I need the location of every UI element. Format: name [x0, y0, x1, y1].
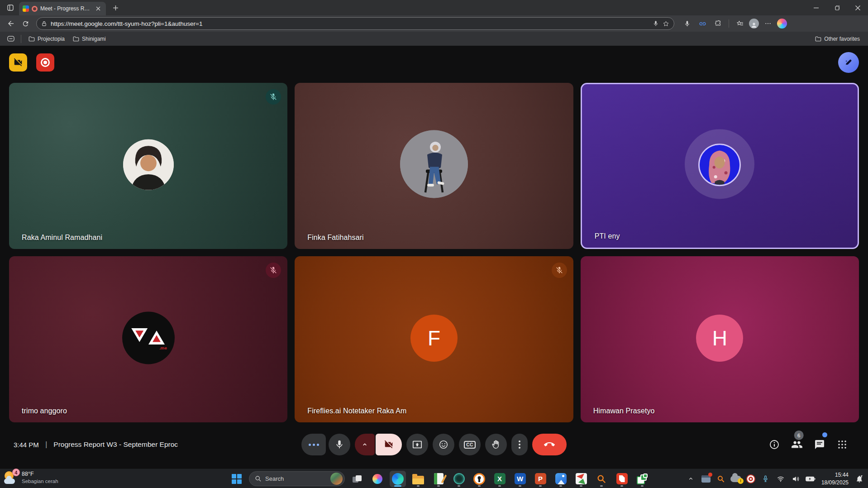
screen-recorder-button[interactable]	[451, 471, 467, 487]
hidden-icons-chevron[interactable]	[685, 473, 697, 485]
slicer-app-button[interactable]	[573, 471, 589, 487]
powerpoint-button[interactable]: P	[532, 471, 548, 487]
other-favorites-button[interactable]: Other favorites	[812, 34, 863, 43]
link-extension-icon[interactable]	[696, 17, 709, 30]
sidebar-icon[interactable]	[5, 34, 16, 44]
edge-button[interactable]	[390, 471, 406, 487]
participant-tile-finka[interactable]: Finka Fatihahsari	[295, 83, 573, 249]
participant-tile-fireflies[interactable]: F Fireflies.ai Notetaker Raka Am	[295, 256, 573, 422]
new-tab-button[interactable]	[110, 2, 121, 14]
extensions-icon[interactable]	[711, 17, 724, 30]
meet-favicon-icon	[23, 5, 29, 12]
bookmarks-divider	[21, 35, 21, 43]
word-button[interactable]: W	[512, 471, 528, 487]
browser-menu-icon[interactable]	[762, 17, 774, 30]
present-icon	[412, 440, 422, 450]
start-button[interactable]	[229, 471, 245, 487]
file-explorer-button[interactable]	[410, 471, 426, 487]
participant-tile-raka[interactable]: Raka Aminul Ramadhani	[9, 83, 287, 249]
weather-widget[interactable]: 4 88°F Sebagian cerah	[4, 470, 58, 485]
people-button[interactable]: 6	[791, 439, 803, 450]
minimize-button[interactable]	[806, 0, 826, 15]
edge-icon	[392, 473, 404, 485]
audio-dots-icon	[309, 444, 319, 446]
microphone-tray-icon[interactable]	[760, 473, 772, 485]
tab-strip: Meet - Progress Report W3	[0, 0, 868, 15]
participant-tile-pti-eny[interactable]: PTI eny	[581, 83, 859, 249]
pinned-window-icon[interactable]	[700, 473, 712, 485]
notes-app-button[interactable]	[430, 471, 447, 487]
meeting-details-button[interactable]	[768, 439, 780, 450]
favorites-bar-icon[interactable]	[734, 17, 746, 30]
profile-avatar-icon[interactable]	[749, 19, 759, 29]
captions-button[interactable]: CC	[459, 434, 481, 455]
participant-count-badge: 6	[794, 431, 804, 440]
voice-search-icon[interactable]	[653, 20, 659, 27]
chat-button[interactable]	[814, 439, 825, 450]
camera-options-caret-button[interactable]	[355, 434, 375, 455]
back-icon[interactable]	[5, 17, 17, 30]
search-tool-button[interactable]	[593, 471, 610, 487]
participant-tile-trimo[interactable]: .me trimo anggoro	[9, 256, 287, 422]
tray-date: 18/09/2025	[821, 479, 849, 486]
recording-button[interactable]	[36, 53, 54, 72]
close-window-button[interactable]	[847, 0, 868, 15]
browser-tab[interactable]: Meet - Progress Report W3	[19, 2, 106, 15]
participant-tile-himawan[interactable]: H Himawan Prasetyo	[581, 256, 859, 422]
battery-icon[interactable]	[805, 473, 816, 485]
tab-close-icon[interactable]	[94, 5, 102, 13]
tab-actions-menu-icon[interactable]	[5, 2, 16, 13]
tab-title: Meet - Progress Report W3	[40, 5, 91, 12]
meeting-side-controls: 6	[768, 439, 848, 450]
present-screen-button[interactable]	[406, 434, 428, 455]
meeting-title: Progress Report W3 - September Eproc	[53, 440, 178, 449]
notification-bell-icon[interactable]	[854, 473, 865, 485]
participant-name: Finka Fatihahsari	[307, 234, 363, 242]
bookmark-folder-shinigami[interactable]: Shinigami	[70, 34, 109, 43]
task-view-icon	[353, 475, 362, 483]
bookmark-folder-projectopia[interactable]: Projectopia	[26, 34, 67, 43]
search-tool-tray-icon[interactable]	[715, 473, 727, 485]
more-vert-icon	[519, 439, 520, 450]
hand-icon	[491, 440, 501, 450]
microphone-button[interactable]	[329, 434, 350, 455]
mic-muted-icon	[552, 263, 567, 278]
reactions-button[interactable]	[433, 434, 454, 455]
microphone-extension-icon[interactable]	[681, 17, 693, 30]
mic-muted-icon	[266, 89, 281, 105]
camera-extension-button[interactable]	[9, 53, 27, 72]
toolbar-divider	[729, 19, 729, 28]
copilot-icon	[372, 474, 382, 484]
nitro-pdf-button[interactable]	[614, 471, 630, 487]
bookmark-star-icon[interactable]	[663, 20, 669, 27]
copilot-icon[interactable]	[777, 19, 787, 29]
tab-recording-indicator-icon	[32, 6, 38, 12]
taskbar-search[interactable]: Search	[249, 471, 345, 486]
onedrive-alert-icon[interactable]: !	[730, 473, 742, 485]
audio-activity-button[interactable]	[301, 434, 326, 455]
gemini-take-notes-button[interactable]	[838, 52, 859, 73]
refresh-icon[interactable]	[19, 17, 32, 30]
volume-icon[interactable]	[790, 473, 801, 485]
leave-call-button[interactable]	[532, 434, 567, 455]
spiral-icon	[453, 473, 465, 484]
copilot-button[interactable]	[369, 471, 386, 487]
raise-hand-button[interactable]	[485, 434, 507, 455]
activities-button[interactable]	[836, 439, 848, 450]
task-view-button[interactable]	[349, 471, 365, 487]
excel-button[interactable]: X	[491, 471, 508, 487]
clock-widget[interactable]: 15:44 18/09/2025	[821, 471, 849, 486]
wifi-icon[interactable]	[775, 473, 787, 485]
recording-tray-icon[interactable]	[745, 473, 757, 485]
remote-desk-button[interactable]	[634, 471, 650, 487]
meet-top-bar	[9, 52, 859, 73]
camera-off-button[interactable]	[376, 434, 402, 455]
openvpn-button[interactable]	[471, 471, 487, 487]
url-text[interactable]: https://meet.google.com/ttt-syum-hoz?pli…	[51, 20, 649, 27]
bing-daily-image[interactable]	[330, 473, 343, 485]
notes-icon	[434, 473, 444, 484]
more-options-button[interactable]	[511, 434, 528, 455]
address-bar[interactable]: https://meet.google.com/ttt-syum-hoz?pli…	[36, 17, 674, 30]
maximize-button[interactable]	[826, 0, 847, 15]
photos-button[interactable]	[553, 471, 569, 487]
